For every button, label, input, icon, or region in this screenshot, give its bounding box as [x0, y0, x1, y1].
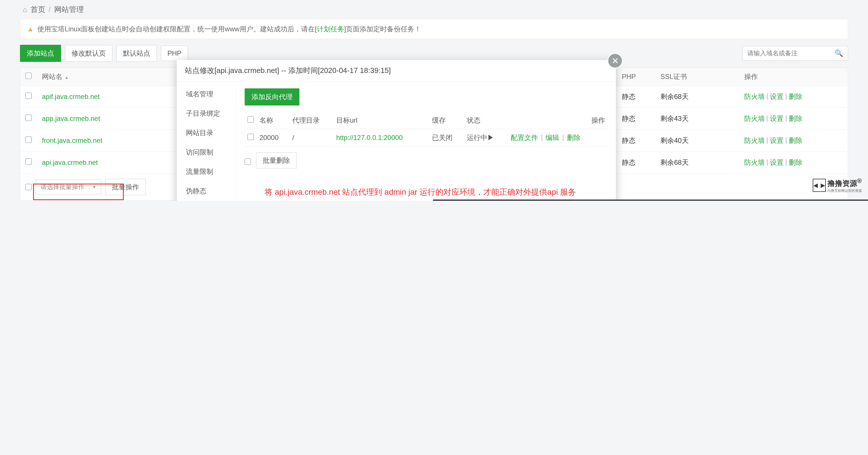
chevron-down-icon: ▼ [92, 185, 96, 189]
proxy-col-cache: 缓存 [429, 112, 464, 129]
proxy-status[interactable]: 运行中▶ [464, 129, 508, 147]
proxy-name: 20000 [257, 129, 289, 147]
proxy-col-status: 状态 [464, 112, 508, 129]
watermark-brand: 撸撸资源 [828, 179, 857, 188]
watermark-sub: 白撸互联网运营的资源 [828, 189, 862, 193]
modal-sidebar: 域名管理子目录绑定网站目录访问限制流量限制伪静态默认文档配置文件SSLPHP版本… [177, 82, 237, 201]
proxy-col-dir: 代理目录 [289, 112, 333, 129]
modal-close-button[interactable]: ✕ [608, 53, 623, 68]
delete-link[interactable]: 删除 [789, 92, 802, 101]
alert-text-after: ]页面添加定时备份任务！ [344, 25, 422, 33]
ssl-cell: 剩余68天 [655, 86, 716, 108]
proxy-col-url: 目标url [333, 112, 429, 129]
row-checkbox[interactable] [25, 159, 32, 165]
modal-side-item[interactable]: 流量限制 [177, 162, 237, 181]
modal-side-item[interactable]: 子目录绑定 [177, 104, 237, 123]
modify-default-page-button[interactable]: 修改默认页 [65, 45, 112, 62]
modal-side-item[interactable]: 域名管理 [177, 85, 237, 104]
proxy-row-checkbox[interactable] [248, 134, 254, 140]
col-ops: 操作 [739, 68, 848, 86]
proxy-del-link[interactable]: 删除 [567, 133, 581, 142]
line-gutter: 567891011121314151617181920212223242526 [572, 200, 590, 201]
php-button[interactable]: PHP [161, 45, 188, 61]
delete-link[interactable]: 删除 [789, 136, 802, 145]
batch-checkbox[interactable] [25, 184, 32, 190]
php-cell[interactable]: 静态 [617, 130, 655, 152]
site-edit-modal: ✕ 站点修改[api.java.crmeb.net] -- 添加时间[2020-… [177, 60, 616, 201]
select-all-checkbox[interactable] [25, 73, 32, 79]
firewall-link[interactable]: 防火墙 [744, 92, 765, 101]
sort-icon: ▲ [64, 75, 69, 80]
breadcrumb-home[interactable]: 首页 [31, 5, 45, 14]
batch-action-button[interactable]: 批量操作 [105, 179, 146, 195]
site-link[interactable]: front.java.crmeb.net [42, 136, 102, 144]
editor-pane: 567891011121314151617181920212223242526 … [572, 200, 868, 201]
delete-link[interactable]: 删除 [789, 158, 802, 167]
ssl-cell: 剩余68天 [655, 152, 716, 174]
row-checkbox[interactable] [25, 93, 32, 99]
col-site-name[interactable]: 网站名 ▲ [37, 68, 149, 86]
proxy-table: 名称 代理目录 目标url 缓存 状态 操作 20000 / http://12… [245, 112, 608, 147]
modal-side-item[interactable]: 伪静态 [177, 181, 237, 201]
ssl-cell: 剩余43天 [655, 108, 716, 130]
proxy-conf-link[interactable]: 配置文件 [511, 133, 538, 142]
col-php: PHP [617, 68, 655, 86]
settings-link[interactable]: 设置 [770, 114, 784, 123]
code-editor-overlay: ✕ ✕ ▮crmeb-admin∨▮src∨▮main>▮java∨▮resou… [433, 200, 868, 201]
watermark: ◄► 撸撸资源® 白撸互联网运营的资源 [813, 177, 862, 193]
modal-side-item[interactable]: 网站目录 [177, 123, 237, 142]
add-site-button[interactable]: 添加站点 [20, 45, 61, 62]
batch-select[interactable]: 请选择批量操作 ▼ [36, 180, 101, 194]
settings-link[interactable]: 设置 [770, 158, 784, 167]
annotation-note: 将 api.java.crmeb.net 站点代理到 admin jar 运行的… [265, 186, 608, 199]
home-icon: ⌂ [23, 6, 27, 14]
breadcrumb: ⌂ 首页 / 网站管理 [8, 0, 860, 19]
row-checkbox[interactable] [25, 136, 32, 143]
proxy-cache[interactable]: 已关闭 [429, 129, 464, 147]
col-ssl: SSL证书 [655, 68, 716, 86]
delete-link[interactable]: 删除 [789, 114, 802, 123]
firewall-link[interactable]: 防火墙 [744, 158, 765, 167]
php-cell[interactable]: 静态 [617, 86, 655, 108]
watermark-logo: ◄► [813, 179, 826, 192]
add-reverse-proxy-button[interactable]: 添加反向代理 [245, 88, 300, 105]
settings-link[interactable]: 设置 [770, 92, 784, 101]
settings-link[interactable]: 设置 [770, 136, 784, 145]
proxy-edit-link[interactable]: 编辑 [546, 133, 559, 142]
batch-select-label: 请选择批量操作 [40, 183, 84, 191]
default-site-button[interactable]: 默认站点 [116, 45, 157, 62]
alert-text-before: 使用宝塔Linux面板创建站点时会自动创建权限配置，统一使用www用户。建站成功… [37, 25, 317, 33]
alert-link[interactable]: 计划任务 [317, 25, 344, 33]
modal-title: 站点修改[api.java.crmeb.net] -- 添加时间[2020-04… [177, 60, 616, 82]
site-link[interactable]: app.java.crmeb.net [42, 115, 100, 122]
modal-main: 添加反向代理 名称 代理目录 目标url 缓存 状态 操作 [237, 82, 616, 201]
php-cell[interactable]: 静态 [617, 152, 655, 174]
site-link[interactable]: apif.java.crmeb.net [42, 93, 100, 100]
bulk-del-checkbox[interactable] [245, 159, 251, 165]
firewall-link[interactable]: 防火墙 [744, 136, 765, 145]
alert-banner: ▲ 使用宝塔Linux面板创建站点时会自动创建权限配置，统一使用www用户。建站… [20, 19, 848, 39]
code-content[interactable]: version: CRMEB-JAVA-SY-v2.0.1 # 当前代码版本do… [590, 200, 868, 201]
row-checkbox[interactable] [25, 115, 32, 121]
site-link[interactable]: api.java.crmeb.net [42, 159, 98, 166]
bulk-delete-button[interactable]: 批量删除 [256, 152, 297, 169]
modal-side-item[interactable]: 访问限制 [177, 142, 237, 162]
file-tree[interactable]: ▮crmeb-admin∨▮src∨▮main>▮java∨▮resources… [433, 200, 572, 201]
proxy-url[interactable]: http://127.0.0.1:20000 [336, 134, 403, 141]
proxy-col-name: 名称 [257, 112, 289, 129]
search-icon[interactable]: 🔍 [835, 49, 843, 57]
firewall-link[interactable]: 防火墙 [744, 114, 765, 123]
breadcrumb-sep: / [49, 5, 51, 14]
warning-icon: ▲ [27, 25, 34, 33]
proxy-dir: / [289, 129, 333, 147]
proxy-select-all[interactable] [248, 116, 254, 123]
ssl-cell: 剩余40天 [655, 130, 716, 152]
proxy-row: 20000 / http://127.0.0.1:20000 已关闭 运行中▶ … [245, 129, 608, 147]
search-box[interactable]: 🔍 [743, 46, 848, 61]
breadcrumb-current: 网站管理 [54, 5, 84, 14]
search-input[interactable] [747, 50, 835, 57]
php-cell[interactable]: 静态 [617, 108, 655, 130]
proxy-col-ops: 操作 [508, 112, 608, 129]
